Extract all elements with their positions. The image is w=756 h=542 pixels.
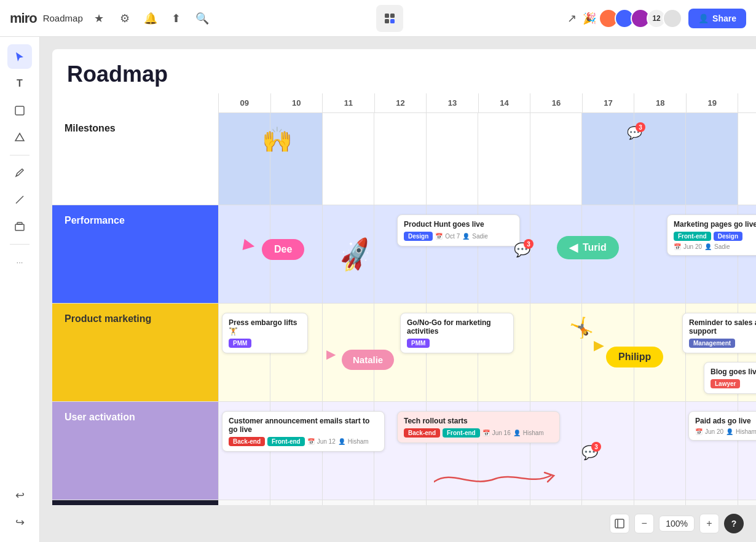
line-tool[interactable] (7, 187, 32, 212)
board: Roadmap 09 10 11 12 13 14 16 17 18 19 20… (52, 49, 756, 505)
present-icon[interactable]: ↗ (567, 12, 577, 25)
turid-badge: ◀ Turid (557, 236, 619, 259)
go-no-go-card[interactable]: Go/No-Go for marketing activities PMM (400, 313, 514, 353)
col-19: 19 (686, 93, 738, 112)
product-hunt-meta: 📅 Oct 7 👤 Sadie (435, 233, 487, 240)
activation-chat-badge: 3 (591, 442, 601, 452)
product-hunt-card[interactable]: Product Hunt goes live Design 📅 Oct 7 👤 … (397, 214, 520, 246)
star-icon[interactable]: ★ (89, 9, 109, 28)
mkt-meta: 📅 Jun 20 👤 Sadie (674, 243, 730, 250)
sticky-note-tool[interactable] (7, 98, 32, 123)
zoom-out-button[interactable]: − (634, 514, 654, 533)
int-col-18 (634, 500, 686, 505)
marketing-content: Press embargo lifts 🏋 PMM Natalie ▶ Go/N… (218, 304, 756, 401)
apps-button[interactable] (376, 5, 403, 32)
cursor-tool[interactable] (7, 44, 32, 69)
text-tool[interactable]: T (7, 71, 32, 96)
performance-label: Performance (52, 205, 218, 303)
milestones-label: Milestones (52, 113, 218, 205)
svg-rect-3 (390, 19, 395, 23)
board-name: Roadmap (43, 13, 83, 23)
share-button[interactable]: 👤 Share (688, 9, 746, 28)
row-integrations: Product Integrations Product changes pos… (52, 500, 756, 505)
tr-meta: 📅 Jun 16 👤 Hisham (482, 430, 544, 436)
marketing-pages-card[interactable]: Marketing pages go live Front-end Design… (667, 214, 756, 256)
col-18: 18 (634, 93, 686, 112)
svg-rect-6 (15, 224, 24, 230)
bell-icon[interactable]: 🔔 (141, 9, 160, 28)
navbar-left: miro Roadmap ★ ⚙ 🔔 ⬆ 🔍 (10, 9, 212, 28)
marketing-pages-tags: Front-end Design 📅 Jun 20 👤 Sadie (674, 232, 756, 250)
share-label: Share (712, 14, 736, 23)
tag-backend-ca: Back-end (229, 437, 265, 446)
go-no-go-tags: PMM (407, 339, 507, 348)
integrations-label: Product Integrations (52, 500, 218, 505)
row-activation: User activation Customer announcement em… (52, 402, 756, 500)
reminder-card[interactable]: Reminder to sales and support Management (682, 313, 756, 353)
blog-tags: Lawyer (711, 379, 756, 388)
press-embargo-tags: PMM (229, 339, 301, 348)
frame-tool[interactable] (7, 214, 32, 239)
paid-ads-card[interactable]: Paid ads go live 📅 Jun 20 👤 Hisham (688, 411, 756, 441)
settings-icon[interactable]: ⚙ (115, 9, 135, 28)
svg-rect-4 (15, 106, 24, 115)
user-icon: 👤 (462, 233, 470, 240)
tech-rollout-tags: Back-end Front-end 📅 Jun 16 👤 Hisham (404, 428, 553, 438)
milestone-chat-bubble[interactable]: 💬 3 (627, 125, 642, 140)
zoom-in-button[interactable]: + (699, 514, 719, 533)
col-14: 14 (478, 93, 530, 112)
performance-chat-bubble[interactable]: 💬 3 (514, 242, 530, 258)
paid-ads-title: Paid ads go live (695, 417, 756, 425)
milestones-content: 🙌 💬 3 (218, 113, 756, 205)
minus-icon: − (642, 518, 647, 529)
left-toolbar: T ··· ↩ ↪ (0, 37, 40, 542)
redo-tool[interactable]: ↪ (7, 510, 32, 535)
party-icon[interactable]: 🎉 (583, 12, 596, 25)
pen-tool[interactable] (7, 160, 32, 185)
svg-rect-0 (385, 14, 389, 18)
zoom-level[interactable]: 100% (659, 516, 695, 532)
tech-rollout-card[interactable]: Tech rollout starts Back-end Front-end 📅… (397, 411, 560, 443)
plus-icon: + (706, 518, 712, 529)
svg-rect-8 (615, 519, 624, 528)
milestones-col-20 (738, 113, 756, 205)
row-performance: Performance Dee ▶ (52, 205, 756, 304)
product-hunt-tags: Design 📅 Oct 7 👤 Sadie (404, 232, 513, 241)
activation-chat-bubble[interactable]: 💬 3 (581, 445, 598, 461)
canvas[interactable]: Roadmap 09 10 11 12 13 14 16 17 18 19 20… (40, 37, 756, 505)
milestones-col-19 (686, 113, 738, 205)
avatars-group: 12 (602, 9, 682, 28)
activation-content: Customer announcement emails start to go… (218, 402, 756, 500)
undo-tool[interactable]: ↩ (7, 483, 32, 508)
int-col-11 (323, 500, 374, 505)
row-milestones: Milestones 🙌 💬 (52, 113, 756, 205)
ca-meta: 📅 Jun 12 👤 Hisham (307, 438, 369, 445)
help-button[interactable]: ? (724, 514, 744, 533)
tech-rollout-title: Tech rollout starts (404, 417, 553, 425)
shape-tool[interactable] (7, 125, 32, 150)
int-col-13 (427, 500, 478, 505)
blog-card[interactable]: Blog goes live Lawyer (704, 362, 756, 394)
col-13: 13 (426, 93, 478, 112)
upload-icon[interactable]: ⬆ (167, 9, 186, 28)
tag-lawyer: Lawyer (711, 379, 740, 388)
search-icon[interactable]: 🔍 (192, 9, 212, 28)
col-10: 10 (270, 93, 323, 112)
milestones-col-17 (582, 113, 634, 205)
tag-frontend-mkt: Front-end (674, 232, 711, 241)
panel-button[interactable] (610, 514, 629, 533)
act-col-18 (634, 402, 686, 500)
more-tools[interactable]: ··· (7, 249, 32, 274)
col-11: 11 (322, 93, 374, 112)
milestones-col-12 (374, 113, 426, 205)
marketing-label: Product marketing (52, 304, 218, 401)
customer-announcement-card[interactable]: Customer announcement emails start to go… (222, 411, 385, 452)
col-09: 09 (218, 93, 270, 112)
product-hunt-title: Product Hunt goes live (404, 220, 513, 229)
reminder-tags: Management (689, 339, 756, 348)
milestones-col-14 (478, 113, 530, 205)
milestones-col-13 (427, 113, 478, 205)
col-20: 20 (738, 93, 756, 112)
press-embargo-card[interactable]: Press embargo lifts 🏋 PMM (222, 313, 308, 353)
press-embargo-title: Press embargo lifts 🏋 (229, 318, 301, 336)
